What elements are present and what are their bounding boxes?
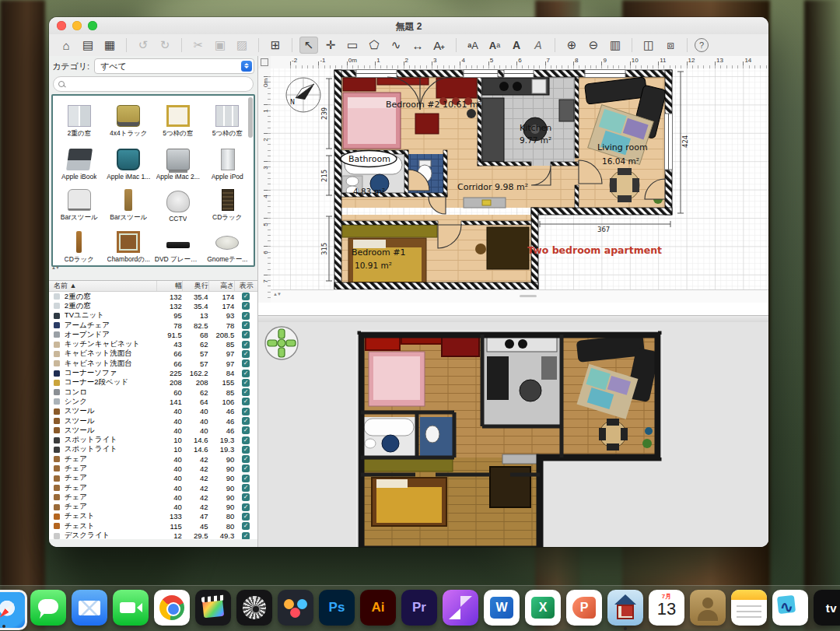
furniture-row[interactable]: チェア404290✓ xyxy=(49,493,257,502)
catalog-item[interactable]: 5つ枠の窓 xyxy=(203,97,253,139)
decrease-text-size-icon[interactable]: aA xyxy=(464,37,482,54)
freeform-dock-icon[interactable]: ∿ xyxy=(772,590,808,626)
visible-checkbox[interactable]: ✓ xyxy=(242,388,250,396)
catalog-item[interactable]: Apple iBook xyxy=(54,139,104,181)
splitter-handle[interactable] xyxy=(520,295,537,297)
panel-splitter-arrows[interactable]: ▲▼ xyxy=(51,265,59,270)
italic-icon[interactable]: A xyxy=(529,37,548,54)
furniture-list-header[interactable]: 名前 ▲ 幅 奥行 高さ 表示 xyxy=(49,281,257,292)
new-home-icon[interactable]: ⌂ xyxy=(57,37,75,54)
catalog-item[interactable]: 4x4トラック xyxy=(104,97,154,139)
visible-checkbox[interactable]: ✓ xyxy=(242,417,250,425)
catalog-item[interactable]: Apple iMac 1... xyxy=(104,139,154,181)
furniture-row[interactable]: キッチンキャビネット436285✓ xyxy=(49,339,257,349)
save-home-icon[interactable]: ▦ xyxy=(100,37,119,54)
furniture-row[interactable]: チェスト1154580✓ xyxy=(49,521,257,531)
furniture-row[interactable]: チェア404290✓ xyxy=(49,503,257,512)
excel-dock-icon[interactable]: X xyxy=(525,590,561,626)
visible-checkbox[interactable]: ✓ xyxy=(242,493,250,501)
create-dimensions-icon[interactable]: ↔ xyxy=(408,37,427,54)
catalog-item[interactable]: DVD プレーヤ... xyxy=(153,223,203,265)
search-field[interactable] xyxy=(53,76,254,92)
column-name[interactable]: 名前 ▲ xyxy=(49,281,156,291)
visible-checkbox[interactable]: ✓ xyxy=(242,302,250,310)
visible-checkbox[interactable]: ✓ xyxy=(242,293,250,300)
final-cut-pro-dock-icon[interactable] xyxy=(195,590,231,626)
select-tool-icon[interactable]: ↖ xyxy=(299,37,318,54)
sweet-home-3d-dock-icon[interactable] xyxy=(607,590,643,626)
create-video-icon[interactable]: ⧈ xyxy=(661,37,680,54)
catalog-item[interactable]: CCTV xyxy=(153,181,203,223)
plan-view[interactable]: -2-10m1234567891011121314 0m1234567 xyxy=(258,56,768,315)
visible-checkbox[interactable]: ✓ xyxy=(242,475,250,482)
visible-checkbox[interactable]: ✓ xyxy=(242,321,250,329)
catalog-item[interactable]: Barスツール xyxy=(104,181,154,223)
furniture-row[interactable]: チェア404290✓ xyxy=(49,454,257,464)
visible-checkbox[interactable]: ✓ xyxy=(242,398,250,405)
furniture-row[interactable]: アームチェア7882.578✓ xyxy=(49,321,257,330)
visible-checkbox[interactable]: ✓ xyxy=(242,379,250,387)
catalog-item[interactable]: Apple iPod xyxy=(203,139,253,181)
visible-checkbox[interactable]: ✓ xyxy=(242,455,250,463)
plan-splitter-arrows-icon[interactable]: ▲▼ xyxy=(273,292,281,296)
visible-checkbox[interactable]: ✓ xyxy=(242,350,250,358)
create-photo-icon[interactable]: ◫ xyxy=(639,37,658,54)
messages-dock-icon[interactable] xyxy=(30,590,66,626)
column-height[interactable]: 高さ xyxy=(208,281,234,291)
visible-checkbox[interactable]: ✓ xyxy=(242,436,250,444)
plan-horizontal-scrollbar[interactable]: ▲▼ xyxy=(271,289,768,303)
furniture-row[interactable]: オープンドア91.568208.5✓ xyxy=(49,330,257,339)
furniture-row[interactable]: スツール404046✓ xyxy=(49,407,257,416)
catalog-item[interactable]: Chambordの... xyxy=(104,223,154,265)
catalog-item[interactable]: 2重の窓 xyxy=(54,97,104,139)
pan-tool-icon[interactable]: ✛ xyxy=(321,37,340,54)
visible-checkbox[interactable]: ✓ xyxy=(242,446,250,454)
furniture-row[interactable]: スポットライト1014.619.3✓ xyxy=(49,435,257,444)
create-rooms-icon[interactable]: ⬠ xyxy=(365,37,383,54)
catalog-item[interactable]: Apple iMac 2... xyxy=(153,139,203,181)
apple-tv-dock-icon[interactable]: tv xyxy=(814,590,840,626)
add-furniture-icon[interactable]: ⊞ xyxy=(266,37,285,54)
visible-checkbox[interactable]: ✓ xyxy=(242,370,250,377)
photoshop-dock-icon[interactable]: Ps xyxy=(319,590,355,626)
powerpoint-dock-icon[interactable]: P xyxy=(566,590,602,626)
visible-checkbox[interactable]: ✓ xyxy=(242,503,250,511)
affinity-photo-dock-icon[interactable] xyxy=(443,590,478,626)
visible-checkbox[interactable]: ✓ xyxy=(242,484,250,492)
photo-points-icon[interactable]: ▥ xyxy=(606,37,625,54)
catalog-item[interactable]: Barスツール xyxy=(54,181,104,223)
furniture-row[interactable]: スツール404046✓ xyxy=(49,426,257,435)
increase-text-size-icon[interactable]: Aa xyxy=(485,37,504,54)
help-icon[interactable]: ? xyxy=(695,38,709,52)
mail-dock-icon[interactable] xyxy=(72,590,107,626)
illustrator-dock-icon[interactable]: Ai xyxy=(360,590,396,626)
visible-checkbox[interactable]: ✓ xyxy=(242,408,250,415)
open-home-icon[interactable]: ▤ xyxy=(79,37,97,54)
column-depth[interactable]: 奥行 xyxy=(182,281,208,291)
calendar-dock-icon[interactable]: 7月13 xyxy=(649,590,684,626)
notes-dock-icon[interactable] xyxy=(731,590,767,626)
davinci-resolve-dock-icon[interactable] xyxy=(278,590,313,626)
furniture-row[interactable]: シンク14164106✓ xyxy=(49,397,257,406)
column-visible[interactable]: 表示 xyxy=(234,281,257,291)
column-width[interactable]: 幅 xyxy=(156,281,182,291)
furniture-catalog[interactable]: 2重の窓4x4トラック5つ枠の窓5つ枠の窓Apple iBookApple iM… xyxy=(51,94,255,267)
furniture-row[interactable]: チェア404290✓ xyxy=(49,474,257,483)
visible-checkbox[interactable]: ✓ xyxy=(242,312,250,320)
furniture-row[interactable]: コーナー2段ベッド208208155✓ xyxy=(49,378,257,387)
furniture-row[interactable]: コンロ606285✓ xyxy=(49,387,257,397)
create-polylines-icon[interactable]: ∿ xyxy=(387,37,405,54)
furniture-row[interactable]: デスクライト1229.549.3✓ xyxy=(49,531,257,539)
visible-checkbox[interactable]: ✓ xyxy=(242,522,250,530)
furniture-row[interactable]: チェスト1334780✓ xyxy=(49,512,257,521)
visible-checkbox[interactable]: ✓ xyxy=(242,464,250,472)
furniture-row[interactable]: 2重の窓13235.4174✓ xyxy=(49,292,257,301)
furniture-row[interactable]: チェア404290✓ xyxy=(49,464,257,473)
word-dock-icon[interactable]: W xyxy=(484,590,520,626)
zoom-in-icon[interactable]: ⊕ xyxy=(562,37,581,54)
catalog-item[interactable]: CDラック xyxy=(203,181,253,223)
contacts-dock-icon[interactable] xyxy=(690,590,726,626)
furniture-row[interactable]: キャビネット洗面台665797✓ xyxy=(49,349,257,359)
add-text-icon[interactable]: A+ xyxy=(430,37,449,54)
furniture-row[interactable]: コーナーソファ225162.284✓ xyxy=(49,368,257,377)
